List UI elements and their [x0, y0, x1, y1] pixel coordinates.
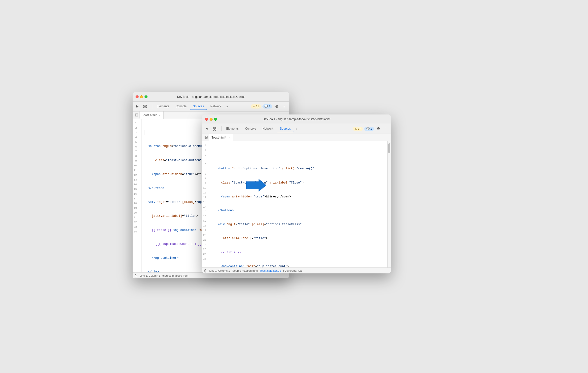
scrollbar-thumb[interactable] — [388, 143, 390, 153]
tab-console-front[interactable]: Console — [242, 125, 259, 132]
close-button-back[interactable] — [136, 95, 139, 98]
toolbar-icons-back — [134, 103, 148, 110]
info-badge-front[interactable]: 💬 1 — [364, 127, 374, 131]
source-map-info-front: (source mapped from — [232, 269, 258, 272]
tab-sources-front[interactable]: Sources — [277, 125, 294, 132]
file-tab-name-front: Toast.html* — [212, 136, 226, 139]
svg-rect-11 — [215, 129, 216, 130]
warning-badge-front[interactable]: ⚠ 27 — [353, 127, 363, 131]
svg-rect-9 — [215, 127, 216, 129]
svg-rect-8 — [213, 127, 214, 129]
svg-rect-10 — [213, 129, 214, 130]
file-tab-front[interactable]: Toast.html* × — [209, 134, 233, 141]
tab-console-back[interactable]: Console — [173, 103, 189, 110]
svg-rect-3 — [145, 107, 147, 108]
sidebar-toggle-front[interactable] — [203, 134, 209, 141]
file-tab-close-front[interactable]: × — [228, 136, 230, 139]
inspect-icon-front[interactable] — [211, 125, 218, 132]
tab-elements-back[interactable]: Elements — [154, 103, 172, 110]
status-bar-front: {} Line 1, Column 1 (source mapped from … — [202, 267, 391, 273]
minimize-button-front[interactable] — [210, 118, 213, 121]
f-code-line-8: {{ title }} — [214, 250, 391, 255]
devtools-window-front: DevTools - angular-sample-todo-list.stac… — [202, 114, 391, 273]
scrollbar[interactable] — [387, 141, 391, 267]
toolbar-front: Elements Console Network Sources » ⚠ 27 … — [202, 124, 391, 134]
more-options-icon-front[interactable]: ⋮ — [382, 125, 389, 132]
f-code-line-7: [attr.aria-label]="title"> — [214, 236, 391, 241]
close-button-front[interactable] — [205, 118, 208, 121]
traffic-lights-back[interactable] — [136, 95, 147, 98]
source-map-info-back: (source mapped from — [162, 274, 188, 277]
f-code-line-4: <span aria-hidden="true">&times;</span> — [214, 194, 391, 199]
f-code-line-2: <button *ngIf="options.closeButton" (cli… — [214, 166, 391, 171]
svg-marker-14 — [206, 137, 207, 138]
f-code-line-6: <div *ngIf="title" [class]="options.titl… — [214, 222, 391, 227]
toolbar-sep-front-1 — [221, 126, 222, 131]
toolbar-icons-front — [204, 125, 218, 132]
file-tab-name-back: Toast.html* — [142, 113, 157, 117]
tab-sources-back[interactable]: Sources — [190, 103, 207, 110]
svg-marker-6 — [137, 114, 137, 115]
cursor-icon-front[interactable] — [204, 125, 211, 132]
cursor-icon[interactable] — [134, 103, 141, 110]
f-code-line-5: </button> — [214, 208, 391, 213]
file-tab-close-back[interactable]: × — [158, 113, 161, 117]
code-area-front: 12345 678910 1112131415 1617181920 21222… — [202, 141, 391, 267]
line-numbers-back: 12345 678910 1112131415 1617181920 21222… — [133, 119, 142, 272]
f-code-line-3: class="toast-close-button" aria-label="C… — [214, 181, 391, 185]
cursor-position-front: Line 1, Column 1 — [209, 269, 230, 272]
more-tabs-back[interactable]: » — [225, 104, 229, 109]
braces-icon-front: {} — [204, 269, 206, 272]
minimize-button-back[interactable] — [140, 95, 143, 98]
tab-network-back[interactable]: Network — [207, 103, 224, 110]
maximize-button-front[interactable] — [214, 118, 217, 121]
maximize-button-back[interactable] — [145, 95, 147, 98]
line-numbers-front: 12345 678910 1112131415 1617181920 21222… — [202, 141, 211, 267]
file-tab-bar-front: Toast.html* × — [202, 134, 391, 141]
source-map-link-front[interactable]: Toast.ngfactory.js — [260, 269, 281, 272]
more-options-icon-back[interactable]: ⋮ — [281, 103, 288, 110]
f-code-line-1 — [214, 152, 391, 157]
coverage-info-front: ) Coverage: n/a — [283, 269, 302, 272]
inspect-icon[interactable] — [142, 103, 148, 110]
code-content-front: <button *ngIf="options.closeButton" (cli… — [211, 141, 391, 267]
window-title-back: DevTools - angular-sample-todo-list.stac… — [177, 95, 245, 99]
svg-rect-2 — [144, 107, 145, 108]
svg-rect-0 — [144, 105, 145, 106]
f-code-line-9: <ng-container *ngIf="duplicatesCount"> — [214, 264, 391, 267]
settings-icon-back[interactable]: ⚙ — [273, 103, 280, 110]
settings-icon-front[interactable]: ⚙ — [375, 125, 382, 132]
window-title-front: DevTools - angular-sample-todo-list.stac… — [263, 117, 330, 121]
file-tab-back[interactable]: Toast.html* × — [140, 112, 164, 119]
svg-rect-1 — [145, 105, 147, 106]
warning-badge-back[interactable]: ⚠ 61 — [251, 104, 261, 109]
more-tabs-front[interactable]: » — [294, 126, 299, 132]
traffic-lights-front[interactable] — [205, 118, 217, 121]
toolbar-back: Elements Console Sources Network » ⚠ 61 … — [133, 102, 289, 112]
toolbar-sep-1 — [152, 104, 152, 109]
title-bar-back: DevTools - angular-sample-todo-list.stac… — [133, 92, 289, 102]
title-bar-front: DevTools - angular-sample-todo-list.stac… — [202, 114, 391, 124]
sidebar-toggle-back[interactable] — [134, 112, 140, 118]
info-badge-back[interactable]: 💬 7 — [262, 104, 272, 109]
tab-elements-front[interactable]: Elements — [223, 125, 242, 132]
braces-icon-back: {} — [135, 274, 137, 277]
tab-network-front[interactable]: Network — [259, 125, 276, 132]
cursor-position-back: Line 1, Column 1 — [140, 274, 160, 277]
